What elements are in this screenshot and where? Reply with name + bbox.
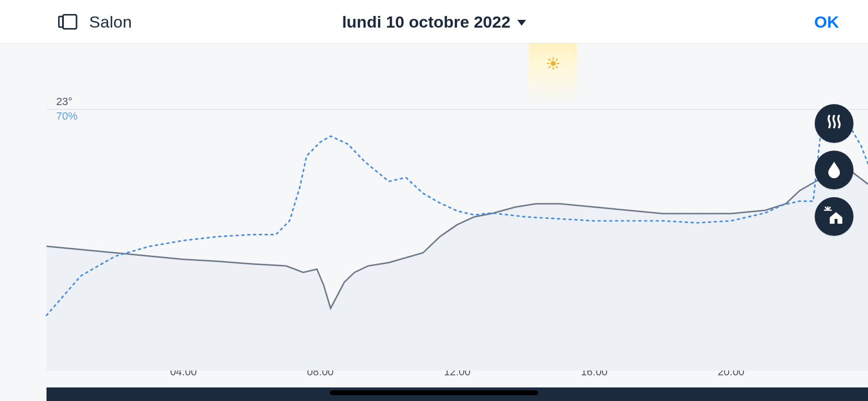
presence-icon [823, 204, 845, 229]
presence-toggle-button[interactable] [815, 197, 853, 236]
svg-line-14 [828, 207, 830, 209]
svg-rect-16 [835, 219, 837, 224]
chart-area: 23°70%20°60%04:0008:0012:0016:0020:00 [0, 44, 868, 401]
room-selector[interactable]: Salon [58, 0, 132, 44]
humidity-toggle-button[interactable] [815, 151, 853, 189]
date-picker[interactable]: lundi 10 octobre 2022 [342, 13, 526, 31]
overlay-toggle-stack [815, 104, 853, 236]
heating-toggle-button[interactable] [815, 104, 853, 143]
chevron-down-icon [517, 20, 526, 26]
svg-rect-1 [59, 16, 63, 27]
date-label: lundi 10 octobre 2022 [342, 13, 511, 31]
heating-icon [823, 112, 845, 135]
ok-button[interactable]: OK [814, 0, 839, 44]
temperature-area [46, 171, 868, 370]
humidity-icon [824, 159, 844, 181]
room-name: Salon [89, 13, 132, 31]
home-indicator [330, 390, 538, 395]
room-layout-icon [58, 14, 78, 30]
svg-line-13 [825, 207, 827, 209]
chart-svg [46, 44, 868, 370]
svg-rect-0 [63, 15, 77, 29]
ok-button-label: OK [814, 13, 839, 31]
plot-area[interactable]: 23°70%20°60%04:0008:0012:0016:0020:00 [46, 44, 868, 370]
header-bar: Salon lundi 10 octobre 2022 OK [0, 0, 868, 44]
